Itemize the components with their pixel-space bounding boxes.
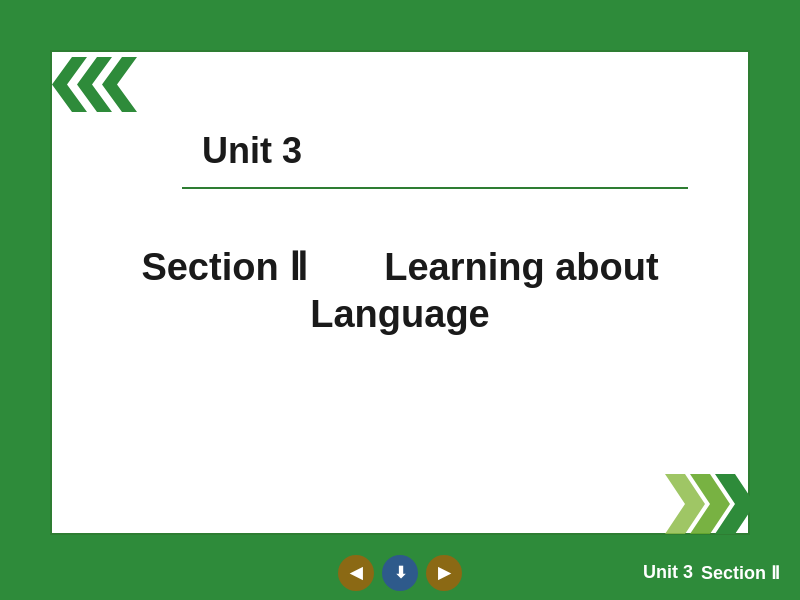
next-button[interactable]: ▶ [426,555,462,591]
unit-title-area: Unit 3 [182,112,688,189]
bottom-right-labels: Unit 3 Section Ⅱ [643,562,780,584]
svg-marker-2 [102,57,137,112]
section-title: Section Ⅱ Learning about Language [122,242,678,336]
section-area: Section Ⅱ Learning about Language [102,222,698,356]
decorative-chevrons-left [52,52,137,121]
bottom-bar: ◀ ⬇ ▶ Unit 3 Section Ⅱ [0,545,800,600]
bottom-unit-label: Unit 3 [643,562,693,583]
nav-buttons: ◀ ⬇ ▶ [338,555,462,591]
main-content-area: Unit 3 Section Ⅱ Learning about Language [50,50,750,535]
header-bar [0,0,800,32]
unit-title: Unit 3 [202,130,302,171]
home-button[interactable]: ⬇ [382,555,418,591]
decorative-chevrons-right [665,474,750,538]
bottom-section-label: Section Ⅱ [701,562,780,584]
prev-button[interactable]: ◀ [338,555,374,591]
